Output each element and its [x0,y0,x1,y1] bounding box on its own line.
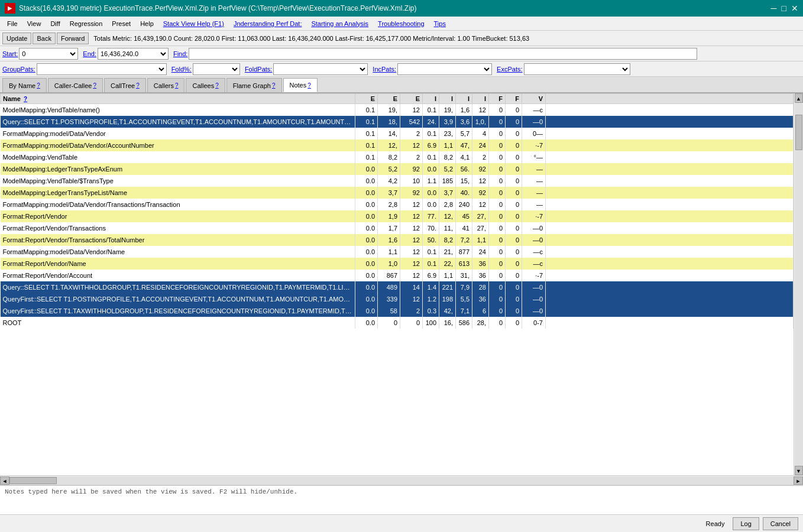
tab-caller-callee[interactable]: Caller-Callee ? [48,78,103,92]
start-label[interactable]: Start: [2,50,18,57]
menu-preset[interactable]: Preset [107,19,135,28]
incpats-label[interactable]: IncPats: [373,66,396,73]
cell-f2: 0 [506,116,522,128]
col-header-name[interactable]: Name ? [1,94,355,104]
tab-callees[interactable]: Callees ? [186,78,225,92]
cell-i2: 12, [439,210,456,222]
scroll-left-button[interactable]: ◄ [0,476,9,485]
table-row[interactable]: ModelMapping:VendTable/name()0.119,120.1… [1,104,794,116]
menu-view[interactable]: View [22,19,46,28]
tab-callers[interactable]: Callers ? [147,78,185,92]
menu-file[interactable]: File [2,19,22,28]
col-header-f1[interactable]: F [489,94,506,104]
table-row[interactable]: Format:Report/Vendor/Transactions/TotalN… [1,234,794,246]
cell-f2: 0 [506,246,522,258]
col-header-i2[interactable]: I [439,94,456,104]
window-title: Stacks(16,439,190 metric) ExecutionTrace… [19,4,417,12]
cell-e2: 3,7 [378,187,400,199]
find-input[interactable] [189,48,697,60]
col-header-i1[interactable]: I [423,94,439,104]
find-label[interactable]: Find: [173,50,187,57]
minimize-button[interactable]: ─ [771,4,777,13]
table-row[interactable]: QueryFirst::SELECT T1.POSTINGPROFILE,T1.… [1,293,794,305]
table-row[interactable]: Format:Report/Vendor/Name0.01,0120.122,6… [1,258,794,270]
hscroll-thumb[interactable] [9,477,57,484]
metrics-text: Totals Metric: 16,439,190.0 Count: 28,02… [93,35,529,42]
foldpats-label[interactable]: FoldPats: [245,66,272,73]
table-row[interactable]: Query::SELECT T1.POSTINGPROFILE,T1.ACCOU… [1,116,794,128]
table-row[interactable]: Format:Report/Vendor0.01,91277.12,4527,0… [1,210,794,222]
cell-v: — [522,163,546,175]
table-row[interactable]: ModelMapping:LedgerTransTypeAxEnum0.05,2… [1,163,794,175]
scroll-right-button[interactable]: ► [794,476,803,485]
table-row[interactable]: ModelMapping:VendTable/$TransType0.04,21… [1,175,794,187]
log-button[interactable]: Log [733,517,759,530]
cell-i2: 11, [439,222,456,234]
cell-i4: 12 [472,199,489,210]
col-header-e3[interactable]: E [400,94,423,104]
horizontal-scrollbar[interactable]: ◄ ► [0,475,803,485]
table-row[interactable]: ModelMapping:LedgerTransTypeList/Name0.0… [1,187,794,199]
table-row[interactable]: FormatMapping:model/Data/Vendor0.114,20.… [1,128,794,140]
scroll-thumb[interactable] [795,115,802,150]
foldpats-select[interactable] [273,63,368,75]
cancel-button[interactable]: Cancel [763,517,798,530]
foldpct-select[interactable] [193,63,240,75]
menu-help[interactable]: Help [135,19,158,28]
start-select[interactable]: 0 [19,48,78,60]
cell-f1: 0 [489,281,506,293]
tab-flame-graph[interactable]: Flame Graph ? [226,78,282,92]
table-row[interactable]: FormatMapping:model/Data/Vendor/Transact… [1,199,794,210]
scroll-up-button[interactable]: ▲ [795,93,803,103]
menu-understanding[interactable]: Jnderstanding Perf Dat: [229,19,307,28]
forward-button[interactable]: Forward [57,33,89,44]
cell-i4: 27, [472,222,489,234]
table-scroll-area[interactable]: Name ? E E E I I I I F F V [0,93,794,475]
tab-notes[interactable]: Notes ? [283,78,318,92]
cell-f1: 0 [489,258,506,270]
table-row[interactable]: FormatMapping:model/Data/Vendor/Name0.01… [1,246,794,258]
tab-by-name[interactable]: By Name ? [2,78,47,92]
close-button[interactable]: ✕ [791,4,798,13]
cell-i4: 24 [472,246,489,258]
table-row[interactable]: Format:Report/Vendor/Account0.0867126.91… [1,270,794,281]
excpats-label[interactable]: ExcPats: [497,66,522,73]
back-button[interactable]: Back [33,33,55,44]
table-row[interactable]: QueryFirst::SELECT T1.TAXWITHHOLDGROUP,T… [1,305,794,317]
menu-diff[interactable]: Diff [46,19,64,28]
col-header-v[interactable]: V [522,94,546,104]
hscroll-track[interactable] [9,476,794,485]
scroll-track[interactable] [795,103,803,466]
cell-i3: 7,1 [456,305,472,317]
table-row[interactable]: ROOT0.00010016,58628,000-7 [1,317,794,329]
maximize-button[interactable]: □ [782,4,786,13]
cell-name: Query::SELECT T1.TAXWITHHOLDGROUP,T1.RES… [1,281,355,293]
table-row[interactable]: Query::SELECT T1.TAXWITHHOLDGROUP,T1.RES… [1,281,794,293]
incpats-select[interactable] [397,63,492,75]
col-header-i4[interactable]: I [472,94,489,104]
tab-calltree[interactable]: CallTree ? [104,78,146,92]
grouppats-label[interactable]: GroupPats: [2,66,35,73]
menu-stack-view-help[interactable]: Stack View Help (F1) [158,19,229,28]
cell-i3: 5,7 [456,128,472,140]
col-header-f2[interactable]: F [506,94,522,104]
menu-tips[interactable]: Tips [429,19,451,28]
end-select[interactable]: 16,436,240.0 [98,48,169,60]
menu-regression[interactable]: Regression [65,19,108,28]
col-header-e1[interactable]: E [355,94,378,104]
col-header-i3[interactable]: I [456,94,472,104]
excpats-select[interactable] [524,63,630,75]
table-row[interactable]: FormatMapping:model/Data/Vendor/AccountN… [1,140,794,151]
scroll-down-button[interactable]: ▼ [795,466,803,475]
vertical-scrollbar[interactable]: ▲ ▼ [794,93,803,475]
end-label[interactable]: End: [83,50,96,57]
table-row[interactable]: ModelMapping:VendTable0.18,220.18,24,120… [1,151,794,163]
cell-v: ·-7 [522,270,546,281]
col-header-e2[interactable]: E [378,94,400,104]
foldpct-label[interactable]: Fold%: [171,66,192,73]
menu-troubleshooting[interactable]: Troubleshooting [373,19,429,28]
menu-starting-analysis[interactable]: Starting an Analysis [306,19,373,28]
grouppats-select[interactable] [37,63,167,75]
update-button[interactable]: Update [2,33,31,44]
table-row[interactable]: Format:Report/Vendor/Transactions0.01,71… [1,222,794,234]
